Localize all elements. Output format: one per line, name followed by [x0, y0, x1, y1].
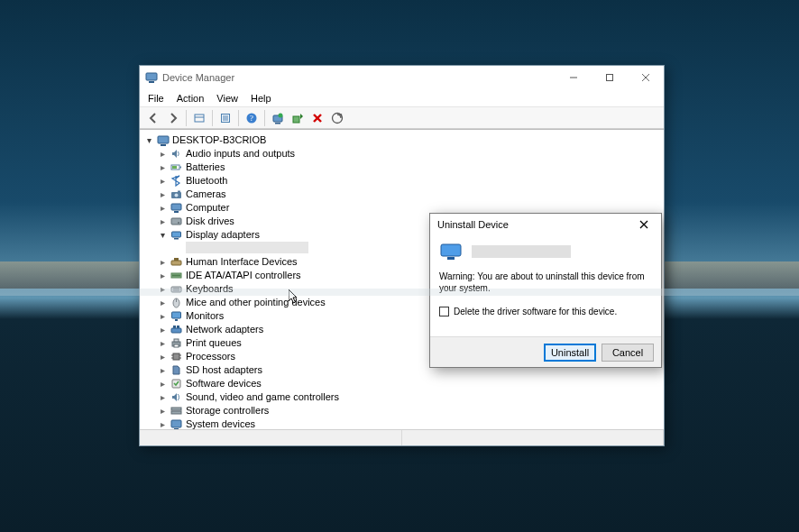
titlebar[interactable]: Device Manager	[140, 66, 664, 89]
caret-right-icon[interactable]	[157, 190, 169, 199]
warning-text: Warning: You are about to uninstall this…	[439, 271, 652, 294]
tree-root[interactable]: DESKTOP-B3CRIOB	[143, 133, 664, 147]
device-header-row	[439, 241, 652, 262]
svg-rect-51	[174, 344, 179, 347]
show-all-button[interactable]	[189, 108, 209, 128]
help-button[interactable]: ?	[242, 108, 262, 128]
dialog-title: Uninstall Device	[437, 219, 627, 230]
forward-button[interactable]	[163, 108, 183, 128]
device-name-placeholder	[472, 245, 571, 258]
caret-right-icon[interactable]	[157, 285, 169, 294]
disk-icon	[170, 215, 183, 228]
tree-item[interactable]: Storage controllers	[157, 404, 664, 417]
caret-right-icon[interactable]	[157, 271, 169, 280]
caret-right-icon[interactable]	[157, 204, 169, 213]
tree-item[interactable]: Bluetooth	[157, 174, 664, 188]
keyboard-icon	[170, 282, 183, 296]
hid-icon	[170, 255, 183, 269]
caret-down-icon[interactable]	[143, 136, 155, 145]
scan-hardware-button[interactable]	[327, 108, 347, 128]
processor-icon	[170, 350, 183, 363]
svg-rect-50	[174, 339, 179, 342]
svg-rect-17	[293, 116, 299, 123]
svg-rect-28	[178, 191, 180, 193]
svg-rect-6	[195, 115, 204, 122]
dialog-footer: Uninstall Cancel	[430, 336, 661, 367]
sound-icon	[170, 390, 183, 404]
menu-help[interactable]: Help	[244, 91, 278, 105]
svg-rect-48	[177, 326, 179, 328]
caret-right-icon[interactable]	[157, 177, 169, 186]
audio-icon	[170, 147, 183, 161]
checkbox-label: Delete the driver software for this devi…	[454, 307, 617, 316]
uninstall-button[interactable]: Uninstall	[544, 344, 596, 362]
cancel-button[interactable]: Cancel	[602, 344, 654, 362]
svg-rect-58	[171, 408, 181, 410]
update-driver-button[interactable]	[268, 108, 288, 128]
uninstall-device-button[interactable]	[308, 108, 327, 128]
svg-rect-15	[275, 123, 280, 124]
caret-right-icon[interactable]	[157, 353, 169, 362]
bluetooth-icon	[170, 174, 183, 188]
caret-right-icon[interactable]	[157, 312, 169, 321]
svg-rect-52	[173, 353, 179, 360]
menu-action[interactable]: Action	[170, 91, 211, 105]
monitor-icon	[170, 309, 183, 323]
caret-right-icon[interactable]	[157, 217, 169, 226]
svg-rect-69	[447, 257, 455, 260]
caret-right-icon[interactable]	[157, 258, 169, 267]
tree-item[interactable]: Sound, video and game controllers	[157, 390, 664, 404]
caret-right-icon[interactable]	[157, 420, 169, 429]
enable-device-button[interactable]	[288, 108, 308, 128]
svg-rect-44	[172, 312, 181, 318]
system-icon	[170, 417, 183, 429]
uninstall-device-dialog: Uninstall Device Warning: You are about …	[429, 213, 662, 368]
caret-right-icon[interactable]	[157, 150, 169, 159]
svg-rect-35	[171, 261, 181, 265]
svg-rect-38	[172, 275, 180, 277]
caret-right-icon[interactable]	[157, 407, 169, 416]
properties-button[interactable]	[216, 108, 235, 128]
minimize-button[interactable]	[556, 66, 592, 89]
delete-driver-checkbox-row[interactable]: Delete the driver software for this devi…	[439, 307, 652, 316]
computer-icon	[170, 201, 183, 215]
svg-point-32	[178, 222, 179, 224]
network-icon	[170, 323, 183, 336]
tree-item[interactable]: Batteries	[157, 161, 664, 174]
maximize-button[interactable]	[592, 66, 628, 89]
svg-rect-31	[171, 218, 181, 225]
menu-view[interactable]: View	[210, 91, 244, 105]
caret-right-icon[interactable]	[157, 298, 169, 307]
svg-rect-45	[175, 319, 178, 321]
caret-right-icon[interactable]	[157, 326, 169, 335]
caret-down-icon[interactable]	[157, 231, 169, 240]
dialog-close-button[interactable]	[627, 214, 661, 235]
svg-text:?: ?	[250, 114, 253, 123]
back-button[interactable]	[143, 108, 163, 128]
tree-item[interactable]: Cameras	[157, 188, 664, 201]
menu-file[interactable]: File	[142, 91, 170, 105]
checkbox-icon[interactable]	[439, 307, 449, 316]
sd-icon	[170, 363, 183, 377]
caret-right-icon[interactable]	[157, 339, 169, 348]
svg-rect-46	[171, 328, 181, 333]
caret-right-icon[interactable]	[157, 163, 169, 172]
tree-item[interactable]: Audio inputs and outputs	[157, 147, 664, 161]
svg-rect-47	[173, 326, 176, 328]
software-icon	[170, 377, 183, 390]
close-button[interactable]	[628, 66, 664, 89]
svg-rect-30	[174, 211, 179, 213]
caret-right-icon[interactable]	[157, 366, 169, 375]
menubar: File Action View Help	[140, 89, 664, 106]
svg-point-16	[279, 113, 283, 117]
svg-rect-60	[171, 420, 181, 427]
svg-rect-25	[172, 166, 177, 169]
tree-item[interactable]: Software devices	[157, 377, 664, 390]
dialog-titlebar[interactable]: Uninstall Device	[430, 214, 661, 235]
root-label: DESKTOP-B3CRIOB	[172, 135, 266, 145]
caret-right-icon[interactable]	[157, 393, 169, 402]
camera-icon	[170, 188, 183, 201]
display-adapter-icon	[439, 241, 464, 262]
caret-right-icon[interactable]	[157, 380, 169, 389]
tree-item[interactable]: System devices	[157, 417, 664, 429]
